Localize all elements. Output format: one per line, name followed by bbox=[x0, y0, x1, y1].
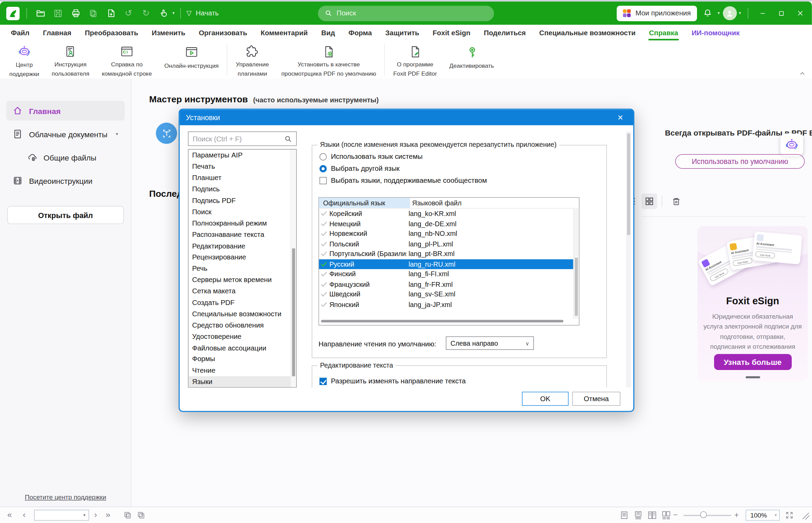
checkbox-allow-text-direction[interactable]: Разрешить изменять направление текста bbox=[320, 377, 466, 385]
language-row[interactable]: Корейский lang_ko-KR.xml bbox=[319, 208, 574, 218]
my-apps-button[interactable]: Мои приложения bbox=[617, 5, 697, 21]
next-page-icon[interactable]: › bbox=[94, 507, 97, 523]
continuous-view-icon[interactable] bbox=[634, 511, 643, 520]
ribbon-item-user-manual[interactable]: Инструкция пользователя bbox=[46, 41, 96, 78]
language-row[interactable]: Шведский lang_sv-SE.xml bbox=[319, 289, 574, 299]
column-language-file[interactable]: Языковой файл bbox=[410, 198, 579, 208]
account-caret-icon[interactable]: ▾ bbox=[739, 11, 741, 16]
category-list-scrollbar[interactable] bbox=[290, 150, 296, 387]
ribbon-item-cmd-help[interactable]: C:\ Справка по командной строке bbox=[96, 41, 158, 78]
checkbox-checked-icon[interactable] bbox=[320, 378, 327, 385]
undo-icon[interactable]: ↺ bbox=[121, 5, 136, 21]
menu-tab[interactable]: Файл bbox=[4, 25, 36, 41]
carousel-indicator[interactable] bbox=[746, 376, 760, 378]
dialog-scrollbar[interactable] bbox=[626, 131, 631, 387]
sidebar-item-video-tutorials[interactable]: Видеоинструкции bbox=[6, 171, 125, 190]
zoom-out-icon[interactable]: − bbox=[673, 507, 678, 523]
column-official-language[interactable]: Официальный язык bbox=[319, 198, 410, 208]
fullscreen-icon[interactable] bbox=[785, 511, 794, 520]
foxit-logo[interactable] bbox=[5, 5, 21, 21]
settings-category-item[interactable]: Рецензирование bbox=[188, 252, 296, 263]
learn-more-button[interactable]: Узнать больше bbox=[714, 354, 791, 370]
ribbon-item-deactivate[interactable]: Деактивировать bbox=[443, 41, 500, 78]
settings-category-item[interactable]: Формы bbox=[188, 354, 296, 365]
settings-category-item[interactable]: Создать PDF bbox=[188, 297, 296, 308]
settings-category-item[interactable]: Специальные возможности bbox=[188, 308, 296, 319]
settings-category-item[interactable]: Файловые ассоциации bbox=[188, 342, 296, 354]
menu-tab[interactable]: Справка bbox=[642, 25, 685, 41]
new-document-icon[interactable] bbox=[103, 5, 118, 21]
ribbon-item-default-viewer[interactable]: Установить в качестве просмотрщика PDF п… bbox=[275, 41, 382, 78]
checkbox-community-languages[interactable]: Выбрать языки, поддерживаемые сообщество… bbox=[320, 177, 487, 184]
settings-category-item[interactable]: Речь bbox=[188, 263, 296, 274]
open-file-icon[interactable] bbox=[33, 5, 48, 21]
zoom-level-combo[interactable]: 100% bbox=[746, 510, 780, 521]
global-search-input[interactable]: Поиск bbox=[318, 5, 494, 21]
language-row[interactable]: Польский lang_pl-PL.xml bbox=[319, 239, 574, 249]
zoom-slider-track[interactable] bbox=[684, 515, 731, 516]
language-row[interactable]: Норвежский lang_nb-NO.xml bbox=[319, 229, 574, 239]
settings-category-item[interactable]: Средство обновления bbox=[188, 319, 296, 331]
settings-category-item[interactable]: Подпись bbox=[188, 183, 296, 195]
settings-category-item[interactable]: Подпись PDF bbox=[188, 195, 296, 206]
cancel-button[interactable]: Отмена bbox=[572, 392, 621, 406]
previous-view-icon[interactable] bbox=[123, 511, 132, 520]
grid-view-button[interactable] bbox=[641, 193, 657, 209]
save-icon[interactable] bbox=[50, 5, 66, 21]
language-row[interactable]: Японский lang_ja-JP.xml bbox=[319, 299, 574, 309]
menu-tab[interactable]: Главная bbox=[36, 25, 78, 41]
ribbon-item-about[interactable]: О программе Foxit PDF Editor bbox=[387, 41, 443, 78]
minimize-button[interactable] bbox=[755, 5, 770, 21]
menu-tab[interactable]: Преобразовать bbox=[78, 25, 145, 41]
facing-continuous-view-icon[interactable] bbox=[662, 511, 671, 520]
language-row[interactable]: Русский lang_ru-RU.xml bbox=[319, 259, 574, 269]
print-icon[interactable] bbox=[68, 5, 83, 21]
facing-view-icon[interactable] bbox=[648, 511, 657, 520]
next-view-icon[interactable] bbox=[137, 511, 146, 520]
ribbon-item-online-manual[interactable]: Онлайн-инструкция bbox=[158, 41, 225, 78]
sidebar-item-home[interactable]: Главная bbox=[6, 101, 125, 120]
start-button[interactable]: ▽ Начать bbox=[186, 9, 218, 17]
page-number-combo[interactable] bbox=[34, 510, 89, 521]
checkbox-icon[interactable] bbox=[320, 177, 327, 184]
resize-grip[interactable] bbox=[802, 512, 810, 520]
settings-category-item[interactable]: Сетка макета bbox=[188, 285, 296, 297]
chevron-down-icon[interactable]: ▾ bbox=[116, 131, 118, 137]
previous-page-icon[interactable]: ‹ bbox=[23, 507, 26, 523]
settings-category-item[interactable]: Языки bbox=[188, 376, 296, 387]
language-row[interactable]: Португальский (Бразилия) lang_pt-BR.xml bbox=[319, 249, 574, 259]
support-center-link[interactable]: Посетите центр поддержки bbox=[0, 494, 131, 501]
radio-selected-icon[interactable] bbox=[320, 165, 327, 172]
sidebar-item-shared-files[interactable]: Общие файлы bbox=[6, 148, 125, 167]
first-page-icon[interactable]: « bbox=[7, 507, 12, 523]
settings-category-item[interactable]: Чтение bbox=[188, 365, 296, 376]
menu-tab[interactable]: Вид bbox=[314, 25, 342, 41]
settings-category-item[interactable]: Редактирование bbox=[188, 240, 296, 252]
single-page-view-icon[interactable] bbox=[620, 511, 629, 520]
settings-category-item[interactable]: Распознавание текста bbox=[188, 229, 296, 240]
edit-text-tool-button[interactable] bbox=[156, 123, 177, 144]
language-row[interactable]: Финский lang_fi-FI.xml bbox=[319, 269, 574, 279]
zoom-in-icon[interactable]: + bbox=[734, 507, 739, 523]
ai-assistant-fab[interactable] bbox=[780, 133, 803, 156]
notifications-caret-icon[interactable]: ▾ bbox=[718, 11, 720, 16]
settings-category-item[interactable]: Серверы меток времени bbox=[188, 274, 296, 285]
menu-tab[interactable]: Форма bbox=[342, 25, 379, 41]
table-horizontal-scrollbar[interactable] bbox=[321, 320, 571, 323]
close-button[interactable] bbox=[792, 5, 808, 21]
settings-category-item[interactable]: Параметры AIP bbox=[188, 150, 296, 161]
trash-icon[interactable] bbox=[671, 196, 682, 207]
radio-icon[interactable] bbox=[320, 153, 327, 160]
menu-tab[interactable]: Foxit eSign bbox=[426, 25, 477, 41]
language-row[interactable]: Французский lang_fr-FR.xml bbox=[319, 279, 574, 289]
menu-tab[interactable]: Поделиться bbox=[477, 25, 533, 41]
table-vertical-scrollbar[interactable] bbox=[573, 208, 579, 319]
notifications-bell-icon[interactable] bbox=[700, 5, 715, 21]
dialog-titlebar[interactable]: Установки bbox=[180, 110, 634, 125]
settings-category-item[interactable]: Полноэкранный режим bbox=[188, 218, 296, 229]
sidebar-item-cloud-documents[interactable]: Облачные документы ▾ bbox=[6, 124, 125, 144]
settings-category-item[interactable]: Удостоверение bbox=[188, 331, 296, 342]
menu-tab[interactable]: ИИ-помощник bbox=[685, 25, 747, 41]
settings-search-input[interactable] bbox=[188, 135, 284, 143]
settings-search[interactable] bbox=[188, 131, 297, 146]
